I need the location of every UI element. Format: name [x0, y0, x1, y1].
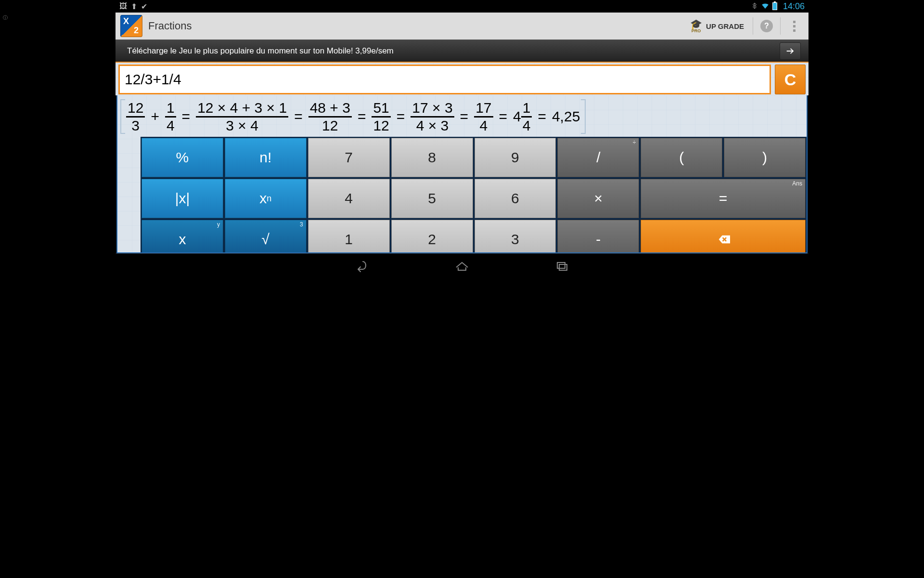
key-divide[interactable]: /÷ [557, 138, 639, 177]
expression-value: 12/3+1/4 [125, 71, 181, 88]
app-logo-icon: X2 [120, 15, 142, 37]
keypad: % n! 7 8 9 /÷ ( ) |x| xn 4 5 6 × =Ans xy… [141, 137, 807, 253]
svg-rect-1 [559, 264, 567, 270]
header-divider [780, 17, 781, 35]
upgrade-pro-label: PRO [692, 29, 701, 33]
header-divider [753, 17, 753, 35]
android-status-bar: 🖼 ⬆ ✔ 14:06 [116, 0, 808, 13]
key-equals[interactable]: =Ans [641, 179, 806, 218]
fraction: 48 + 312 [308, 100, 352, 133]
key-8[interactable]: 8 [391, 138, 473, 177]
bluetooth-icon [751, 2, 758, 11]
ad-info-icon[interactable]: ⓘ [3, 14, 8, 21]
fraction: 17 × 34 × 3 [411, 100, 454, 133]
check-icon: ✔ [141, 2, 147, 11]
nav-back-button[interactable] [350, 256, 373, 275]
clear-button[interactable]: C [775, 65, 806, 94]
ad-text: Télécharge le Jeu le plus populaire du m… [127, 46, 394, 56]
backspace-icon [717, 233, 730, 246]
work-area-wrap: 123 + 14 = 12 × 4 + 3 × 13 × 4 = 48 + 31… [116, 95, 808, 253]
app-title: Fractions [148, 20, 192, 32]
overflow-icon [793, 21, 796, 32]
key-5[interactable]: 5 [391, 179, 473, 218]
key-6[interactable]: 6 [475, 179, 556, 218]
android-nav-bar [116, 253, 808, 276]
decimal-result: 4,25 [552, 108, 580, 125]
wifi-icon [761, 1, 770, 12]
nav-recent-button[interactable] [551, 256, 574, 275]
overflow-menu-button[interactable] [783, 14, 806, 38]
fraction: 12 × 4 + 3 × 13 × 4 [196, 100, 288, 133]
key-sqrt[interactable]: √3 [225, 220, 307, 253]
key-3[interactable]: 3 [475, 220, 556, 253]
key-backspace[interactable] [641, 220, 806, 253]
key-multiply[interactable]: × [557, 179, 639, 218]
expression-input[interactable]: 12/3+1/4 [118, 65, 771, 94]
ad-banner[interactable]: Télécharge le Jeu le plus populaire du m… [116, 39, 808, 62]
status-time: 14:06 [783, 1, 805, 12]
input-row: 12/3+1/4 C [116, 62, 808, 95]
upgrade-label: UP GRADE [706, 22, 744, 30]
help-icon: ? [760, 20, 773, 32]
arrow-right-icon [785, 46, 796, 56]
key-lparen[interactable]: ( [641, 138, 722, 177]
key-power[interactable]: xn [225, 179, 307, 218]
battery-icon [772, 2, 777, 10]
key-factorial[interactable]: n! [225, 138, 307, 177]
help-button[interactable]: ? [755, 14, 778, 38]
key-7[interactable]: 7 [308, 138, 390, 177]
recent-apps-icon [554, 258, 570, 273]
graduation-cap-icon: 🎓 [690, 19, 702, 29]
key-9[interactable]: 9 [475, 138, 556, 177]
key-percent[interactable]: % [141, 138, 223, 177]
fraction: 123 [126, 100, 145, 133]
home-icon [454, 258, 470, 273]
key-4[interactable]: 4 [308, 179, 390, 218]
fraction: 174 [474, 100, 493, 133]
app-header: X2 Fractions 🎓 PRO UP GRADE ? [116, 13, 808, 39]
fraction: 14 [165, 100, 176, 133]
back-icon [354, 258, 370, 273]
fraction: 5112 [372, 100, 390, 133]
key-abs[interactable]: |x| [141, 179, 223, 218]
key-2[interactable]: 2 [391, 220, 473, 253]
upload-icon: ⬆ [131, 2, 137, 11]
mixed-number: 414 [513, 100, 532, 133]
key-minus[interactable]: - [557, 220, 639, 253]
notification-icon: 🖼 [119, 2, 127, 11]
upgrade-button[interactable]: 🎓 PRO UP GRADE [683, 19, 751, 33]
nav-home-button[interactable] [450, 256, 474, 275]
key-rparen[interactable]: ) [724, 138, 806, 177]
solution-steps: 123 + 14 = 12 × 4 + 3 × 13 × 4 = 48 + 31… [117, 95, 807, 137]
ad-forward-button[interactable] [780, 42, 801, 60]
svg-rect-0 [557, 263, 565, 268]
key-var-x[interactable]: xy [141, 220, 223, 253]
key-1[interactable]: 1 [308, 220, 390, 253]
